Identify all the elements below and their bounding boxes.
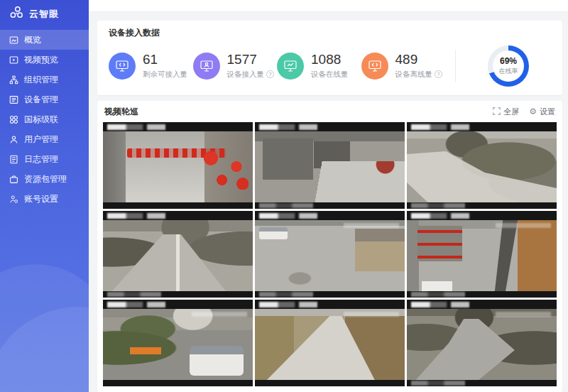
video-cell[interactable]: [103, 300, 253, 386]
log-document-icon: [9, 155, 18, 164]
org-tree-icon: [9, 75, 18, 85]
stat-value: 489: [395, 53, 443, 67]
camera-feed: [255, 220, 405, 291]
video-cell[interactable]: [407, 122, 557, 209]
stat-value: 61: [143, 53, 187, 67]
bottom-overlay-blurred: [411, 203, 465, 208]
main-area: 设备接入数据 61 剩余可接入量: [89, 0, 568, 392]
stat-devices-offline: 489 设备离线量?: [361, 53, 446, 80]
video-cell[interactable]: [255, 122, 405, 209]
monitor-user-icon: [193, 53, 220, 80]
package-icon: [9, 175, 18, 184]
info-icon[interactable]: ?: [266, 70, 274, 78]
stats-card-title: 设备接入数据: [109, 27, 551, 39]
online-rate-donut: 69% 在线率: [488, 45, 529, 87]
timestamp-overlay-blurred: [107, 302, 170, 307]
monitor-offline-icon: [361, 53, 388, 80]
cascade-grid-icon: [9, 115, 18, 124]
timestamp-overlay-faint: [192, 312, 247, 317]
video-card-title: 视频轮巡: [104, 106, 138, 118]
sidebar-item-video-preview[interactable]: 视频预览: [0, 50, 89, 70]
online-rate-value: 69%: [500, 56, 517, 66]
online-rate-label: 在线率: [499, 67, 518, 76]
bottom-overlay-blurred: [411, 381, 465, 386]
sidebar-item-label: 概览: [24, 34, 41, 46]
sidebar-item-label: 资源包管理: [24, 173, 67, 185]
camera-feed: [407, 309, 557, 380]
stats-row: 61 剩余可接入量 1577 设备接入量?: [109, 45, 551, 87]
overview-icon: [9, 36, 18, 45]
timestamp-overlay-faint: [496, 312, 551, 317]
bottom-overlay-blurred: [107, 292, 161, 297]
bottom-overlay-blurred: [259, 203, 313, 208]
stat-devices-online: 1088 设备在线量: [277, 53, 361, 80]
sidebar-item-log-management[interactable]: 日志管理: [0, 149, 89, 169]
sidebar-menu: 概览 视频预览 组织管理 设备管理 国标级联 用户管理: [0, 30, 89, 209]
monitor-code-icon: [109, 53, 136, 80]
stat-device-access: 1577 设备接入量?: [193, 53, 278, 80]
app-window: 云智眼 概览 视频预览 组织管理 设备管理 国标级联: [0, 0, 568, 392]
sidebar: 云智眼 概览 视频预览 组织管理 设备管理 国标级联: [0, 0, 89, 392]
fullscreen-icon: [493, 107, 501, 116]
video-cell[interactable]: [103, 122, 253, 209]
vertical-divider: [455, 50, 456, 82]
camera-feed: [103, 220, 253, 291]
sidebar-item-device-management[interactable]: 设备管理: [0, 89, 89, 109]
video-actions: 全屏 ⚙ 设置: [493, 107, 555, 117]
sidebar-item-overview[interactable]: 概览: [0, 30, 89, 50]
camera-feed: [255, 131, 405, 202]
sidebar-item-gb-cascade[interactable]: 国标级联: [0, 109, 89, 129]
stat-label: 设备在线量: [311, 70, 349, 80]
timestamp-overlay-blurred: [411, 213, 474, 219]
timestamp-overlay-blurred: [259, 124, 322, 130]
sidebar-item-label: 组织管理: [24, 74, 58, 86]
settings-label: 设置: [540, 107, 555, 117]
logo-row: 云智眼: [0, 0, 89, 28]
content-area: 设备接入数据 61 剩余可接入量: [89, 12, 568, 392]
sidebar-item-label: 设备管理: [24, 94, 58, 106]
video-cell[interactable]: [407, 211, 557, 298]
user-icon: [9, 135, 18, 144]
camera-feed: [255, 309, 405, 380]
sidebar-item-org-management[interactable]: 组织管理: [0, 70, 89, 89]
stat-label: 设备离线量: [395, 70, 433, 80]
monitor-chart-icon: [277, 53, 304, 80]
bottom-overlay-blurred: [411, 292, 465, 297]
cloud-eye-logo-icon: [9, 5, 24, 23]
video-preview-icon: [9, 55, 18, 65]
gear-icon: ⚙: [529, 107, 537, 116]
timestamp-overlay-blurred: [259, 213, 322, 219]
video-cell[interactable]: [255, 211, 405, 298]
device-access-stats-card: 设备接入数据 61 剩余可接入量: [97, 21, 562, 95]
info-icon[interactable]: ?: [435, 70, 442, 78]
video-cell[interactable]: [255, 300, 405, 386]
stat-label: 设备接入量: [227, 70, 265, 80]
timestamp-overlay-faint: [344, 312, 399, 317]
sidebar-item-label: 国标级联: [24, 114, 58, 126]
sidebar-item-label: 视频预览: [24, 54, 58, 66]
sidebar-item-label: 账号设置: [24, 193, 58, 205]
sidebar-item-account-settings[interactable]: 账号设置: [0, 189, 89, 209]
timestamp-overlay-blurred: [411, 124, 474, 130]
timestamp-overlay-blurred: [107, 124, 170, 130]
settings-button[interactable]: ⚙ 设置: [529, 107, 555, 117]
stat-label: 剩余可接入量: [143, 70, 187, 80]
timestamp-overlay-blurred: [411, 302, 474, 307]
sidebar-item-user-management[interactable]: 用户管理: [0, 129, 89, 149]
stat-value: 1577: [227, 53, 275, 67]
timestamp-overlay-faint: [496, 223, 551, 228]
video-card-header: 视频轮巡 全屏 ⚙ 设置: [103, 105, 557, 118]
camera-feed: [407, 220, 557, 291]
online-rate-widget: 69% 在线率: [466, 45, 551, 87]
video-cell[interactable]: [407, 300, 557, 386]
camera-feed: [103, 309, 253, 380]
sidebar-item-label: 用户管理: [24, 134, 58, 146]
app-title: 云智眼: [29, 8, 59, 21]
sidebar-item-resource-package[interactable]: 资源包管理: [0, 169, 89, 189]
fullscreen-button[interactable]: 全屏: [493, 107, 519, 117]
top-header-bar: [89, 0, 568, 12]
video-cell[interactable]: [103, 211, 253, 298]
video-grid: [103, 122, 557, 386]
stat-value: 1088: [311, 53, 349, 67]
video-patrol-card: 视频轮巡 全屏 ⚙ 设置: [97, 101, 562, 392]
